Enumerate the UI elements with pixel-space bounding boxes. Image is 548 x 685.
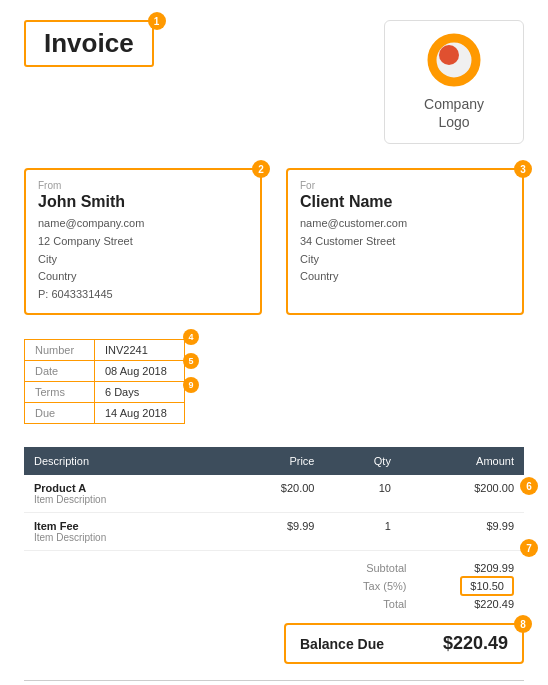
items-section: Description Price Qty Amount Product A I…: [24, 447, 524, 551]
badge-4: 4: [183, 329, 199, 345]
item-1-price: $20.00: [214, 475, 324, 513]
invoice-title-box: Invoice 1: [24, 20, 154, 67]
company-logo-text: CompanyLogo: [424, 95, 484, 131]
meta-due-row: Due 14 Aug 2018: [25, 403, 185, 424]
from-email: name@company.com: [38, 217, 144, 229]
totals-section: Subtotal $209.99 Tax (5%) $10.50 Total $…: [24, 559, 524, 613]
badge-9: 9: [183, 377, 199, 393]
address-section: From John Smith name@company.com 12 Comp…: [24, 168, 524, 315]
meta-terms-label: Terms: [25, 382, 95, 403]
item-2-amount: $9.99: [401, 513, 524, 551]
from-label: From: [38, 180, 248, 191]
badge-3: 3: [514, 160, 532, 178]
balance-due-row: Balance Due $220.49 8: [284, 623, 524, 664]
item-2-desc: Item Fee Item Description: [24, 513, 214, 551]
from-box: From John Smith name@company.com 12 Comp…: [24, 168, 262, 315]
tax-label: Tax (5%): [324, 577, 417, 595]
total-row: Total $220.49: [324, 595, 524, 613]
col-description: Description: [24, 447, 214, 475]
meta-date-row: Date 08 Aug 2018: [25, 361, 185, 382]
company-logo-icon: [427, 33, 481, 87]
badge-8: 8: [514, 615, 532, 633]
item-1-amount: $200.00: [401, 475, 524, 513]
logo-box: CompanyLogo: [384, 20, 524, 144]
footer-divider: [24, 680, 524, 681]
table-row: Product A Item Description $20.00 10 $20…: [24, 475, 524, 513]
meta-terms-value: 6 Days: [95, 382, 185, 403]
item-2-qty: 1: [324, 513, 400, 551]
meta-number-value: INV2241: [95, 340, 185, 361]
balance-due-wrapper: Balance Due $220.49 8: [284, 619, 524, 664]
invoice-title: Invoice: [44, 28, 134, 58]
for-box: For Client Name name@customer.com 34 Cus…: [286, 168, 524, 315]
meta-number-row: Number INV2241: [25, 340, 185, 361]
item-1-qty: 10: [324, 475, 400, 513]
balance-amount: $220.49: [443, 633, 508, 654]
invoice-header: Invoice 1 CompanyLogo: [24, 20, 524, 144]
total-value: $220.49: [417, 595, 524, 613]
table-row: Item Fee Item Description $9.99 1 $9.99: [24, 513, 524, 551]
balance-label: Balance Due: [300, 636, 384, 652]
for-label: For: [300, 180, 510, 191]
meta-number-label: Number: [25, 340, 95, 361]
for-details: name@customer.com 34 Customer Street Cit…: [300, 215, 510, 285]
meta-date-value: 08 Aug 2018: [95, 361, 185, 382]
col-price: Price: [214, 447, 324, 475]
for-email: name@customer.com: [300, 217, 407, 229]
meta-terms-row: Terms 6 Days: [25, 382, 185, 403]
from-phone: P: 6043331445: [38, 288, 113, 300]
badge-5: 5: [183, 353, 199, 369]
badge-2: 2: [252, 160, 270, 178]
total-label: Total: [324, 595, 417, 613]
col-qty: Qty: [324, 447, 400, 475]
item-1-description: Item Description: [34, 494, 204, 505]
for-address3: Country: [300, 270, 339, 282]
table-header-row: Description Price Qty Amount: [24, 447, 524, 475]
meta-date-label: Date: [25, 361, 95, 382]
item-2-description: Item Description: [34, 532, 204, 543]
meta-due-label: Due: [25, 403, 95, 424]
item-2-title: Item Fee: [34, 520, 204, 532]
for-address1: 34 Customer Street: [300, 235, 395, 247]
totals-table: Subtotal $209.99 Tax (5%) $10.50 Total $…: [324, 559, 524, 613]
items-table: Description Price Qty Amount Product A I…: [24, 447, 524, 551]
svg-point-2: [439, 45, 459, 65]
for-address2: City: [300, 253, 319, 265]
from-details: name@company.com 12 Company Street City …: [38, 215, 248, 303]
tax-value-box: $10.50: [460, 576, 514, 596]
tax-value: $10.50: [417, 577, 524, 595]
meta-badge-wrap: Number INV2241 Date 08 Aug 2018 Terms 6 …: [24, 339, 185, 424]
item-2-price: $9.99: [214, 513, 324, 551]
from-address2: City: [38, 253, 57, 265]
subtotal-label: Subtotal: [324, 559, 417, 577]
balance-section: Balance Due $220.49 8: [24, 619, 524, 664]
for-name: Client Name: [300, 193, 510, 211]
meta-due-value: 14 Aug 2018: [95, 403, 185, 424]
meta-table: Number INV2241 Date 08 Aug 2018 Terms 6 …: [24, 339, 185, 424]
badge-1: 1: [148, 12, 166, 30]
badge-6: 6: [520, 477, 538, 495]
item-1-title: Product A: [34, 482, 204, 494]
from-address3: Country: [38, 270, 77, 282]
from-address1: 12 Company Street: [38, 235, 133, 247]
subtotal-row: Subtotal $209.99: [324, 559, 524, 577]
item-1-desc: Product A Item Description: [24, 475, 214, 513]
col-amount: Amount: [401, 447, 524, 475]
badge-7: 7: [520, 539, 538, 557]
meta-section: Number INV2241 Date 08 Aug 2018 Terms 6 …: [24, 339, 524, 427]
from-name: John Smith: [38, 193, 248, 211]
subtotal-value: $209.99: [417, 559, 524, 577]
tax-row: Tax (5%) $10.50: [324, 577, 524, 595]
